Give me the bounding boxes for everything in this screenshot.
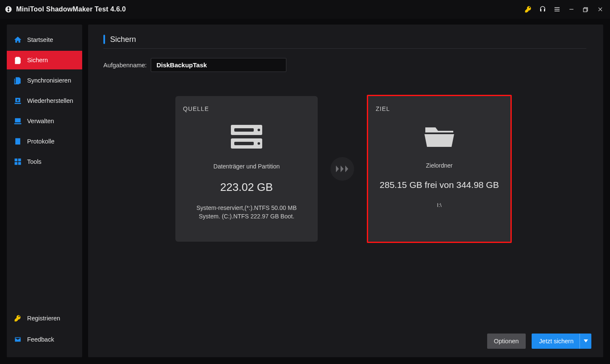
title-bar: MiniTool ShadowMaker Test 4.6.0 xyxy=(0,0,610,19)
sidebar-item-registrieren[interactable]: Registrieren xyxy=(7,309,82,328)
logs-icon xyxy=(14,137,22,146)
destination-card[interactable]: ZIEL Zielordner 285.15 GB frei von 344.9… xyxy=(368,96,510,242)
sidebar-item-verwalten[interactable]: Verwalten xyxy=(7,112,82,130)
task-name-label: Aufgabenname: xyxy=(103,62,147,69)
svg-rect-6 xyxy=(18,162,21,165)
app-logo-icon xyxy=(4,5,13,14)
chevron-down-icon[interactable] xyxy=(580,334,591,349)
sidebar-item-label: Sichern xyxy=(27,57,48,63)
sidebar-item-label: Feedback xyxy=(27,336,54,343)
headset-icon[interactable] xyxy=(535,2,550,17)
sidebar-item-label: Wiederherstellen xyxy=(27,97,73,104)
close-button[interactable] xyxy=(593,2,607,17)
app-body: Startseite Sichern Synchronisieren Wiede… xyxy=(0,19,610,364)
arrow-icon xyxy=(330,157,354,181)
backup-now-button-label: Jetzt sichern xyxy=(539,338,580,345)
maximize-button[interactable] xyxy=(579,2,593,17)
sidebar: Startseite Sichern Synchronisieren Wiede… xyxy=(7,25,82,357)
sidebar-item-startseite[interactable]: Startseite xyxy=(7,30,82,49)
license-key-icon[interactable] xyxy=(521,2,535,17)
sidebar-item-label: Startseite xyxy=(27,36,53,43)
svg-point-9 xyxy=(258,129,260,131)
svg-rect-8 xyxy=(234,128,254,132)
svg-rect-4 xyxy=(18,159,21,162)
page-title: Sichern xyxy=(103,35,586,49)
options-button-label: Optionen xyxy=(494,338,519,345)
tools-icon xyxy=(14,157,22,166)
restore-icon xyxy=(14,97,22,105)
source-card-detail: System-reserviert,(*:).NTFS 50.00 MB Sys… xyxy=(183,204,310,221)
sidebar-item-label: Protokolle xyxy=(27,138,54,145)
page-title-bar xyxy=(103,35,105,44)
source-card-title: QUELLE xyxy=(183,105,310,112)
menu-icon[interactable] xyxy=(550,2,564,17)
svg-rect-11 xyxy=(234,142,254,145)
sidebar-item-label: Synchronisieren xyxy=(27,77,71,84)
svg-point-12 xyxy=(258,142,260,145)
backup-icon xyxy=(14,56,22,64)
sidebar-item-wiederherstellen[interactable]: Wiederherstellen xyxy=(7,91,82,110)
svg-rect-5 xyxy=(15,162,18,165)
sidebar-item-tools[interactable]: Tools xyxy=(7,152,82,171)
mail-icon xyxy=(14,335,22,344)
sidebar-item-label: Registrieren xyxy=(27,315,60,322)
svg-rect-3 xyxy=(15,159,18,162)
main-panel: Sichern Aufgabenname: QUELLE xyxy=(88,25,603,357)
backup-now-button[interactable]: Jetzt sichern xyxy=(532,334,591,349)
task-name-row: Aufgabenname: xyxy=(103,58,586,72)
sync-icon xyxy=(14,76,22,85)
home-icon xyxy=(14,36,22,44)
sidebar-item-feedback[interactable]: Feedback xyxy=(7,330,82,349)
svg-rect-2 xyxy=(583,8,587,12)
destination-card-path: I:\ xyxy=(376,202,503,208)
manage-icon xyxy=(14,117,22,125)
key-icon xyxy=(14,314,22,323)
footer-buttons: Optionen Jetzt sichern xyxy=(487,334,591,349)
app-title: MiniTool ShadowMaker Test 4.6.0 xyxy=(16,6,126,13)
source-card-size: 223.02 GB xyxy=(183,181,310,194)
options-button[interactable]: Optionen xyxy=(487,334,526,349)
sidebar-item-label: Verwalten xyxy=(27,118,54,124)
task-name-input[interactable] xyxy=(151,58,286,72)
folder-icon xyxy=(376,123,503,149)
sidebar-item-synchronisieren[interactable]: Synchronisieren xyxy=(7,71,82,90)
source-card-subtitle: Datenträger und Partition xyxy=(183,163,310,170)
svg-rect-0 xyxy=(569,9,573,9)
destination-card-highlight: ZIEL Zielordner 285.15 GB frei von 344.9… xyxy=(367,95,512,243)
destination-card-space: 285.15 GB frei von 344.98 GB xyxy=(376,180,503,190)
sidebar-item-sichern[interactable]: Sichern xyxy=(7,51,82,69)
source-card[interactable]: QUELLE Datenträger und Partition 223.02 … xyxy=(175,96,318,242)
sidebar-item-label: Tools xyxy=(27,158,42,165)
sidebar-item-protokolle[interactable]: Protokolle xyxy=(7,132,82,151)
destination-card-title: ZIEL xyxy=(376,105,503,112)
minimize-button[interactable] xyxy=(564,2,579,17)
disk-icon xyxy=(183,123,310,150)
page-title-text: Sichern xyxy=(110,35,136,44)
destination-card-subtitle: Zielordner xyxy=(376,162,503,169)
